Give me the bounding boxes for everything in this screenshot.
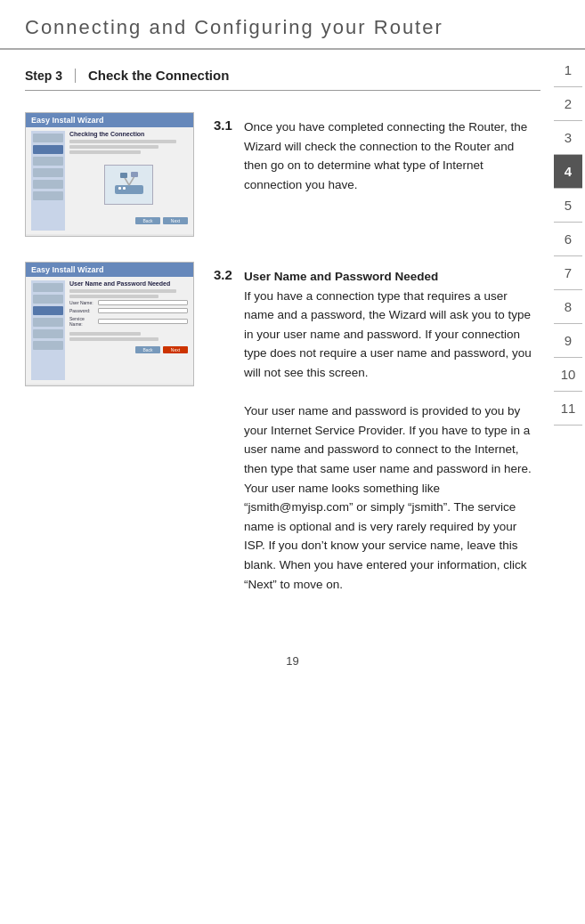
wizard-content-title-2: User Name and Password Needed xyxy=(69,280,188,287)
page-footer: 19 xyxy=(0,636,585,677)
ws-item-2 xyxy=(33,145,63,154)
wizard-main-1: Checking the Connection xyxy=(69,131,188,231)
ws2-item-5 xyxy=(33,329,63,338)
side-nav-item-6[interactable]: 6 xyxy=(554,223,582,256)
step-header: Step 3 Check the Connection xyxy=(25,68,540,91)
wizard-title-bar-2: Easy Install Wizard xyxy=(26,263,193,277)
wizard-form-label-pass: Password: xyxy=(69,308,96,313)
wizard-next-btn-1[interactable]: Next xyxy=(163,217,188,224)
wt-line-1 xyxy=(69,140,176,143)
section-text-body-3-2: If you have a connection type that requi… xyxy=(244,289,532,379)
section-text-body2-3-2: Your user name and password is provided … xyxy=(244,404,532,590)
step-title: Check the Connection xyxy=(88,68,229,83)
side-nav-item-10[interactable]: 10 xyxy=(554,358,582,392)
wt2-line-4 xyxy=(69,337,158,341)
ws-item-4 xyxy=(33,168,63,177)
wt2-line-1 xyxy=(69,289,176,293)
wizard-back-btn-1[interactable]: Back xyxy=(135,217,160,224)
page-number: 19 xyxy=(286,654,298,668)
wizard-btns-1: Back Next xyxy=(69,217,188,224)
svg-rect-6 xyxy=(131,172,138,177)
wizard-form-label-user: User Name: xyxy=(69,300,96,305)
wizard-btns-2: Back Next xyxy=(69,346,188,353)
wizard-form-row-1: User Name: xyxy=(69,300,188,305)
section-text-3-2: User Name and Password Needed If you hav… xyxy=(244,267,540,594)
side-nav-item-2[interactable]: 2 xyxy=(554,87,582,121)
wizard-form-input-pass[interactable] xyxy=(98,308,188,313)
side-nav-item-4[interactable]: 4 xyxy=(554,155,582,189)
section-text-3-1: Once you have completed connecting the R… xyxy=(244,118,540,194)
ws-item-3 xyxy=(33,157,63,166)
wizard-form-input-user[interactable] xyxy=(98,300,188,305)
svg-rect-1 xyxy=(118,187,121,190)
wizard-body-2: User Name and Password Needed User Name:… xyxy=(26,277,193,384)
wizard-sidebar-2 xyxy=(31,280,65,380)
ws-item-5 xyxy=(33,180,63,189)
step-label: Step 3 xyxy=(25,69,76,83)
ws2-item-3 xyxy=(33,306,63,315)
wizard-body-1: Checking the Connection xyxy=(26,127,193,234)
ws-item-1 xyxy=(33,134,63,142)
wizard-content-title-1: Checking the Connection xyxy=(69,131,188,137)
ws2-item-4 xyxy=(33,318,63,327)
screenshot-1: Easy Install Wizard Checking the Connect… xyxy=(25,112,194,237)
main-content: Step 3 Check the Connection Easy Install… xyxy=(0,50,585,636)
svg-rect-5 xyxy=(120,173,127,178)
screenshot-2: Easy Install Wizard User Name and Passwo… xyxy=(25,262,194,386)
wizard-next-btn-2[interactable]: Next xyxy=(163,346,188,353)
ws2-item-6 xyxy=(33,341,63,350)
svg-rect-0 xyxy=(115,185,143,194)
wizard-title-bar-1: Easy Install Wizard xyxy=(26,113,193,127)
wizard-form-row-3: Service Name: xyxy=(69,316,188,327)
side-nav-item-1[interactable]: 1 xyxy=(554,53,582,87)
wt-line-3 xyxy=(69,150,141,154)
section-text-title-3-2: User Name and Password Needed xyxy=(244,270,438,283)
wizard-main-2: User Name and Password Needed User Name:… xyxy=(69,280,188,380)
wizard-form-input-service[interactable] xyxy=(98,319,188,324)
side-nav: 1 2 3 4 5 6 7 8 9 10 11 xyxy=(551,53,585,426)
section-num-3-2: 3.2 xyxy=(214,267,239,282)
side-nav-item-7[interactable]: 7 xyxy=(554,256,582,290)
wizard-router-image xyxy=(104,165,153,205)
wizard-sidebar-1 xyxy=(31,131,65,231)
side-nav-item-5[interactable]: 5 xyxy=(554,189,582,223)
wizard-form-row-2: Password: xyxy=(69,308,188,313)
side-nav-item-3[interactable]: 3 xyxy=(554,121,582,155)
side-nav-item-9[interactable]: 9 xyxy=(554,324,582,358)
ws2-item-2 xyxy=(33,295,63,304)
side-nav-item-8[interactable]: 8 xyxy=(554,290,582,324)
wizard-back-btn-2[interactable]: Back xyxy=(135,346,160,353)
section-3-2: Easy Install Wizard User Name and Passwo… xyxy=(25,262,540,594)
section-num-3-1: 3.1 xyxy=(214,118,239,133)
wt2-line-2 xyxy=(69,295,158,298)
wt2-line-3 xyxy=(69,332,141,336)
svg-line-4 xyxy=(129,176,134,185)
wt-line-2 xyxy=(69,145,158,149)
section-3-1: Easy Install Wizard Checking the Connect… xyxy=(25,112,540,237)
ws2-item-1 xyxy=(33,283,63,292)
wizard-form-label-service: Service Name: xyxy=(69,316,96,327)
page-title: Connecting and Configuring your Router xyxy=(25,16,532,39)
side-nav-item-11[interactable]: 11 xyxy=(554,392,582,426)
svg-rect-2 xyxy=(123,187,126,190)
page-header: Connecting and Configuring your Router xyxy=(0,0,585,50)
ws-item-6 xyxy=(33,191,63,200)
